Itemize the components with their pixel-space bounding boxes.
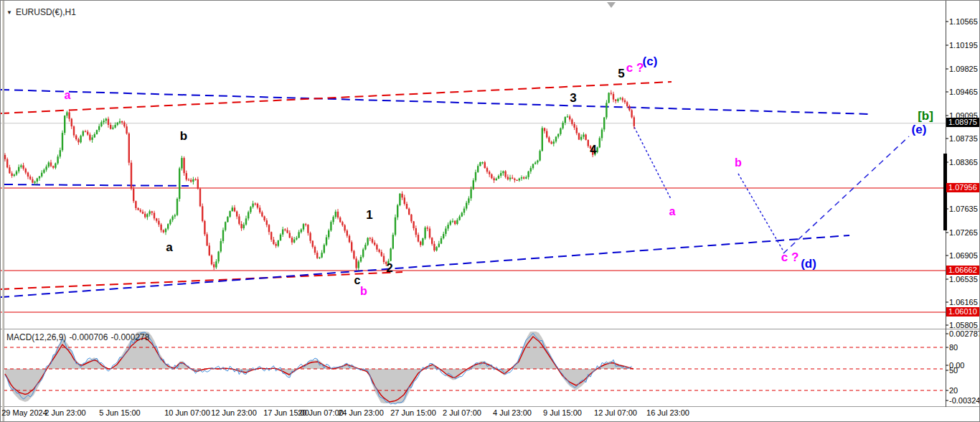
- macd-name: MACD(12,26,9): [6, 332, 66, 342]
- price-chart-canvas[interactable]: [1, 1, 980, 422]
- upper-channel-blue-dashed[interactable]: [1, 90, 870, 114]
- candlestick-series: [4, 90, 635, 271]
- lower-channel-blue-dashed[interactable]: [1, 235, 849, 297]
- price-axis[interactable]: [946, 1, 980, 407]
- symbol-text: EURUSD(€),H1: [16, 7, 76, 17]
- left-horizontal-blue-dashed[interactable]: [4, 184, 189, 186]
- macd-main-value: -0.000706: [69, 332, 108, 342]
- projection-wave-b-c[interactable]: [738, 174, 783, 251]
- time-axis[interactable]: [1, 407, 946, 422]
- chart-window: ▼EURUSD(€),H1 MACD(12,26,9)-0.000706-0.0…: [0, 0, 980, 422]
- window-border: [2, 1, 4, 422]
- chart-dropdown-icon[interactable]: ▼: [6, 9, 12, 16]
- symbol-timeframe-label: ▼EURUSD(€),H1: [6, 7, 76, 17]
- lower-red-dashed[interactable]: [1, 272, 402, 289]
- macd-indicator-label: MACD(12,26,9)-0.000706-0.000278: [6, 332, 152, 342]
- chart-shift-marker-icon[interactable]: [607, 2, 616, 8]
- macd-signal-value: -0.000278: [110, 332, 149, 342]
- upper-channel-red-dashed[interactable]: [1, 82, 672, 113]
